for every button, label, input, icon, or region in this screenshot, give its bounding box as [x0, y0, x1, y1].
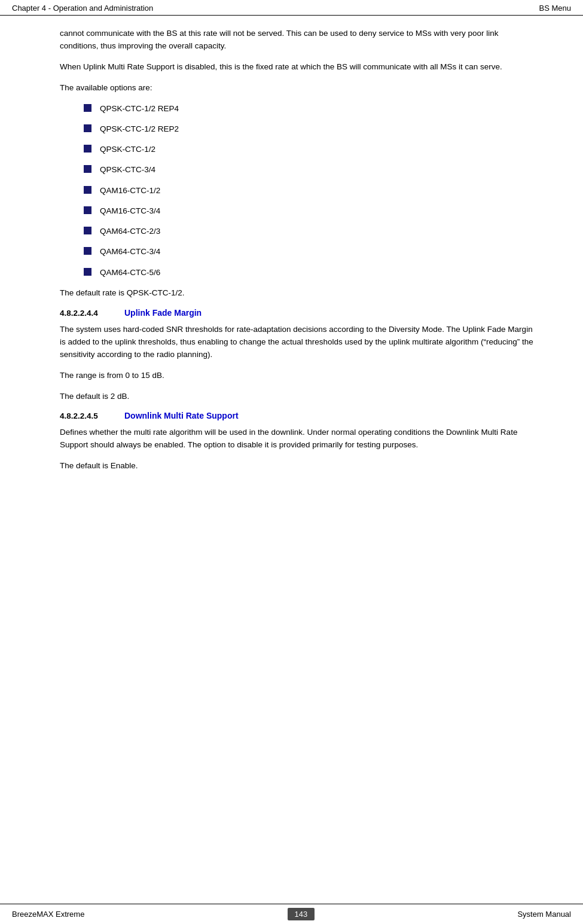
bullet-text: QAM64-CTC-2/3: [100, 225, 160, 237]
section-number-2: 4.8.2.2.4.5: [60, 411, 114, 420]
bullet-icon: [84, 104, 91, 112]
bullet-text: QAM16-CTC-1/2: [100, 185, 160, 197]
list-item: QAM16-CTC-1/2: [84, 185, 535, 197]
section-title-2: Downlink Multi Rate Support: [124, 411, 239, 420]
bullet-icon: [84, 247, 91, 255]
header-right: BS Menu: [539, 4, 571, 13]
footer-left: BreezeMAX Extreme: [12, 910, 84, 919]
bullet-icon: [84, 268, 91, 276]
footer-page-number: 143: [288, 908, 315, 920]
bullet-icon: [84, 124, 91, 132]
section-1-para-1: The system uses hard-coded SNR threshold…: [60, 324, 535, 361]
bullet-icon: [84, 145, 91, 153]
footer-bar: BreezeMAX Extreme 143 System Manual: [0, 904, 583, 924]
bullet-icon: [84, 227, 91, 234]
section-1-para-3: The default is 2 dB.: [60, 391, 535, 403]
section-title-1: Uplink Fade Margin: [124, 308, 202, 318]
bullet-icon: [84, 186, 91, 194]
content-area: cannot communicate with the BS at this r…: [0, 16, 583, 904]
bullet-text: QAM64-CTC-3/4: [100, 246, 160, 258]
intro-para-1: cannot communicate with the BS at this r…: [60, 28, 535, 53]
intro-para-2: When Uplink Multi Rate Support is disabl…: [60, 61, 535, 74]
bullet-icon: [84, 206, 91, 214]
list-item: QPSK-CTC-3/4: [84, 164, 535, 176]
section-2-para-2: The default is Enable.: [60, 460, 535, 472]
bullet-icon: [84, 165, 91, 173]
intro-para-3: The available options are:: [60, 82, 535, 94]
list-item: QPSK-CTC-1/2: [84, 144, 535, 155]
section-1-para-2: The range is from 0 to 15 dB.: [60, 370, 535, 382]
section-2-para-1: Defines whether the multi rate algorithm…: [60, 426, 535, 452]
list-item: QAM64-CTC-5/6: [84, 267, 535, 279]
header-left: Chapter 4 - Operation and Administration: [12, 4, 153, 13]
section-2-body: Defines whether the multi rate algorithm…: [60, 426, 535, 472]
section-number-1: 4.8.2.2.4.4: [60, 309, 114, 318]
list-item: QAM16-CTC-3/4: [84, 205, 535, 217]
bullet-text: QPSK-CTC-3/4: [100, 164, 155, 176]
list-item: QAM64-CTC-3/4: [84, 246, 535, 258]
footer-right: System Manual: [517, 910, 571, 919]
list-item: QAM64-CTC-2/3: [84, 225, 535, 237]
section-4-8-2-2-4-5-heading: 4.8.2.2.4.5 Downlink Multi Rate Support: [60, 411, 535, 420]
bullet-text: QAM64-CTC-5/6: [100, 267, 160, 279]
bullet-text: QAM16-CTC-3/4: [100, 205, 160, 217]
list-item: QPSK-CTC-1/2 REP4: [84, 103, 535, 115]
default-rate-para: The default rate is QPSK-CTC-1/2.: [60, 287, 535, 300]
section-4-8-2-2-4-4-heading: 4.8.2.2.4.4 Uplink Fade Margin: [60, 308, 535, 318]
bullet-text: QPSK-CTC-1/2: [100, 144, 155, 155]
list-item: QPSK-CTC-1/2 REP2: [84, 123, 535, 135]
page-container: Chapter 4 - Operation and Administration…: [0, 0, 583, 924]
bullet-text: QPSK-CTC-1/2 REP4: [100, 103, 179, 115]
header-bar: Chapter 4 - Operation and Administration…: [0, 0, 583, 16]
bullet-text: QPSK-CTC-1/2 REP2: [100, 123, 179, 135]
section-1-body: The system uses hard-coded SNR threshold…: [60, 324, 535, 403]
bullet-list: QPSK-CTC-1/2 REP4 QPSK-CTC-1/2 REP2 QPSK…: [84, 103, 535, 279]
